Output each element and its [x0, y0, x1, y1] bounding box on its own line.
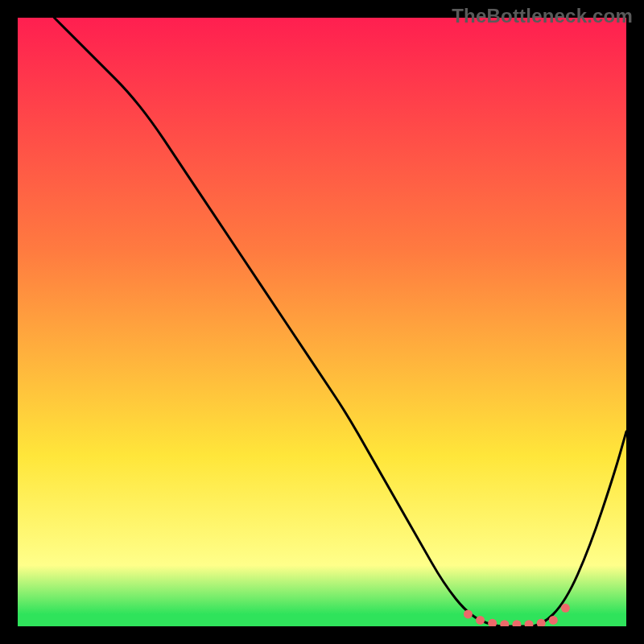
- watermark-label: TheBottleneck.com: [452, 5, 633, 27]
- chart-plot-area: [18, 18, 626, 626]
- chart-background: [18, 18, 626, 626]
- highlight-marker: [476, 616, 485, 625]
- chart-container: TheBottleneck.com: [0, 0, 644, 644]
- highlight-marker: [549, 616, 558, 625]
- highlight-marker: [464, 609, 473, 618]
- highlight-marker: [561, 604, 570, 613]
- chart-svg: [18, 18, 626, 626]
